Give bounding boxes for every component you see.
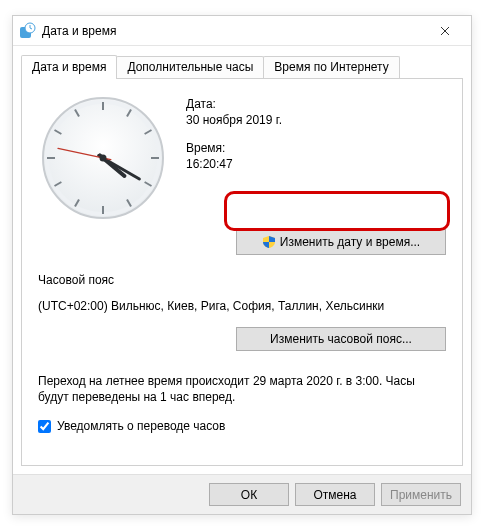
- timezone-text: (UTC+02:00) Вильнюс, Киев, Рига, София, …: [38, 299, 446, 313]
- change-date-time-button[interactable]: Изменить дату и время...: [236, 229, 446, 255]
- svg-point-23: [100, 155, 107, 162]
- time-label: Время:: [186, 141, 282, 155]
- change-date-time-label: Изменить дату и время...: [280, 235, 420, 249]
- time-value: 16:20:47: [186, 157, 282, 171]
- date-value: 30 ноября 2019 г.: [186, 113, 282, 127]
- dst-notify-label: Уведомлять о переводе часов: [57, 419, 225, 433]
- titlebar: Дата и время: [13, 16, 471, 46]
- date-label: Дата:: [186, 97, 282, 111]
- timezone-section-label: Часовой пояс: [38, 273, 446, 287]
- tab-strip: Дата и время Дополнительные часы Время п…: [13, 46, 471, 78]
- tab-date-time[interactable]: Дата и время: [21, 55, 117, 79]
- change-timezone-label: Изменить часовой пояс...: [270, 332, 412, 346]
- clock-app-icon: [19, 22, 36, 39]
- dst-notify-row[interactable]: Уведомлять о переводе часов: [38, 419, 446, 433]
- dialog-button-bar: ОК Отмена Применить: [13, 474, 471, 514]
- apply-button[interactable]: Применить: [381, 483, 461, 506]
- change-timezone-button[interactable]: Изменить часовой пояс...: [236, 327, 446, 351]
- tab-additional-clocks[interactable]: Дополнительные часы: [116, 56, 264, 80]
- window-title: Дата и время: [42, 24, 425, 38]
- dst-info-text: Переход на летнее время происходит 29 ма…: [38, 373, 446, 405]
- close-button[interactable]: [425, 19, 465, 43]
- cancel-button[interactable]: Отмена: [295, 483, 375, 506]
- ok-button[interactable]: ОК: [209, 483, 289, 506]
- analog-clock: [38, 93, 168, 223]
- dst-notify-checkbox[interactable]: [38, 420, 51, 433]
- uac-shield-icon: [262, 235, 276, 249]
- date-time-dialog: Дата и время Дата и время Дополнительные…: [12, 15, 472, 515]
- tab-panel-date-time: Дата: 30 ноября 2019 г. Время: 16:20:47 …: [21, 78, 463, 466]
- tab-internet-time[interactable]: Время по Интернету: [263, 56, 399, 80]
